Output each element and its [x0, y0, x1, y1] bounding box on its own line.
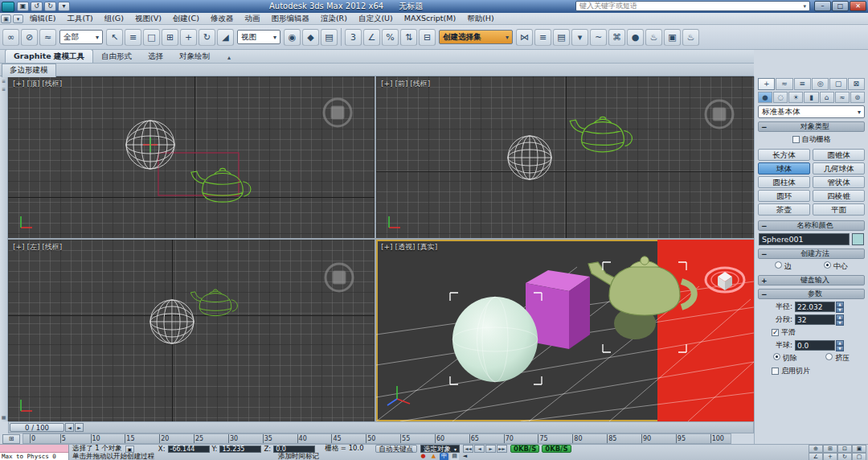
add-time-tag[interactable]: 添加时间标记: [278, 452, 319, 460]
pan-icon[interactable]: +: [823, 453, 837, 460]
teapot-object-left-view[interactable]: [190, 290, 237, 316]
plugin-icon[interactable]: ▲: [429, 453, 438, 460]
ime-cn-badge[interactable]: 中: [440, 453, 448, 460]
mirror-icon[interactable]: ⋈: [516, 29, 533, 46]
object-type-button-四棱锥[interactable]: 四棱锥: [813, 190, 865, 202]
category-lights[interactable]: ☀: [788, 92, 803, 103]
previous-frame-icon[interactable]: ◄: [474, 445, 485, 453]
viewport-top[interactable]: [+] [顶] [线框]: [8, 76, 375, 238]
snap-toggle-3d-icon[interactable]: 3: [345, 29, 362, 46]
menu-item-8[interactable]: 渲染(R): [315, 13, 353, 24]
radius-field[interactable]: 22.032: [795, 302, 835, 312]
category-helpers[interactable]: ⌂: [820, 92, 834, 103]
maximize-viewport-toggle-icon[interactable]: ▢: [852, 453, 866, 460]
rollout-name-color[interactable]: − 名称和颜色: [758, 220, 865, 231]
menu-item-0[interactable]: 编辑(E): [24, 13, 61, 24]
play-icon[interactable]: ►: [485, 445, 496, 453]
go-to-start-icon[interactable]: ◄◄: [463, 445, 473, 453]
coord-field-X[interactable]: -66.144: [168, 446, 210, 453]
zoom-all-icon[interactable]: ⊞: [823, 445, 837, 453]
selection-filter-dropdown[interactable]: 全部: [59, 30, 103, 44]
dock-handle-icon[interactable]: ≡: [1, 86, 7, 92]
undo-icon[interactable]: ↺: [31, 2, 43, 11]
viewcube-front[interactable]: [706, 101, 733, 128]
subcategory-dropdown[interactable]: 标准基本体: [758, 105, 865, 118]
viewport-left[interactable]: [+] [左] [线框]: [8, 240, 375, 421]
sphere-object-perspective[interactable]: [452, 297, 538, 382]
radius-spinner[interactable]: ▲▼: [836, 302, 844, 312]
tab-create[interactable]: +: [758, 78, 775, 90]
zoom-icon[interactable]: ⊕: [809, 445, 823, 453]
key-mode-dropdown[interactable]: 选定对象: [420, 445, 460, 453]
sphere-object-left-view[interactable]: [150, 300, 194, 343]
ribbon-minimize-icon[interactable]: ▴: [224, 52, 234, 63]
record-icon[interactable]: ●: [419, 453, 428, 460]
tab-utilities[interactable]: ⊠: [848, 78, 865, 90]
open-mini-listener-icon[interactable]: ⊞: [2, 434, 20, 444]
object-type-button-管状体[interactable]: 管状体: [813, 176, 865, 188]
window-crossing-icon[interactable]: ⊞: [162, 29, 178, 46]
macro-recorder-line[interactable]: [0, 445, 68, 453]
time-slider-handle[interactable]: 0 / 100: [10, 423, 64, 432]
smooth-checkbox[interactable]: [772, 329, 779, 336]
dock-grid-icon[interactable]: ▦: [1, 414, 7, 421]
zoom-extents-icon[interactable]: ⊡: [837, 445, 852, 453]
ribbon-subtab-polygon-modeling[interactable]: 多边形建模: [2, 64, 56, 77]
reference-coordinate-dropdown[interactable]: 视图: [237, 30, 280, 44]
menu-item-5[interactable]: 修改器: [205, 13, 240, 24]
menu-item-3[interactable]: 视图(V): [129, 13, 167, 24]
close-button[interactable]: ✕: [850, 1, 866, 11]
orbit-icon[interactable]: ↻: [837, 453, 852, 460]
menu-item-2[interactable]: 组(G): [99, 13, 129, 24]
rollout-creation-method[interactable]: − 创建方法: [758, 248, 865, 259]
hemisphere-field[interactable]: 0.0: [795, 340, 835, 351]
object-type-button-平面[interactable]: 平面: [813, 203, 865, 216]
object-type-button-圆环[interactable]: 圆环: [758, 190, 810, 202]
menu-item-6[interactable]: 动画: [239, 13, 265, 24]
viewport-left-label[interactable]: [+] [左] [线框]: [13, 242, 62, 253]
category-shapes[interactable]: ◌: [773, 92, 788, 103]
object-type-button-几何球体[interactable]: 几何球体: [813, 162, 865, 175]
select-object-icon[interactable]: ↖: [106, 29, 123, 46]
select-by-name-icon[interactable]: ≡: [125, 29, 141, 46]
chop-radio[interactable]: [773, 353, 780, 360]
teapot-object-front-view[interactable]: [570, 117, 632, 152]
percent-snap-icon[interactable]: %: [382, 29, 399, 46]
workspace-icon[interactable]: ▣: [1, 14, 11, 23]
menu-item-1[interactable]: 工具(T): [61, 13, 98, 24]
tab-display[interactable]: ▢: [829, 78, 846, 90]
curve-editor-icon[interactable]: ~: [590, 29, 607, 46]
hemisphere-spinner[interactable]: ▲▼: [836, 340, 844, 351]
keyboard-override-icon[interactable]: ▤: [321, 29, 338, 46]
object-type-button-圆锥体[interactable]: 圆锥体: [813, 149, 865, 161]
rollout-object-type[interactable]: − 对象类型: [758, 121, 865, 132]
app-logo-icon[interactable]: [2, 2, 14, 12]
time-slider-track[interactable]: 0 / 100 ◄ ►: [8, 421, 754, 433]
ribbon-tab-选择[interactable]: 选择: [140, 50, 171, 63]
app-arrow-icon[interactable]: ▾: [13, 14, 23, 23]
sphere-object-top-view[interactable]: [126, 121, 174, 169]
creation-method-radio-边[interactable]: [775, 261, 782, 269]
redo-icon[interactable]: ↻: [44, 2, 56, 11]
viewport-perspective-label[interactable]: [+] [透视] [真实]: [381, 242, 437, 253]
category-cameras[interactable]: ▮: [804, 92, 818, 103]
next-frame-button[interactable]: ►: [75, 423, 84, 432]
minimize-button[interactable]: –: [814, 1, 831, 11]
edit-named-selection-sets-icon[interactable]: ⊟: [419, 29, 436, 46]
layer-manager-icon[interactable]: ▤: [553, 29, 570, 46]
category-geometry[interactable]: ●: [758, 92, 772, 103]
object-color-swatch[interactable]: [852, 233, 864, 245]
viewcube-perspective[interactable]: [706, 268, 744, 292]
viewport-front-label[interactable]: [+] [前] [线框]: [381, 79, 430, 89]
select-and-rotate-icon[interactable]: ↻: [199, 29, 215, 46]
ribbon-tab-对象绘制[interactable]: 对象绘制: [171, 50, 218, 63]
infocenter-search-input[interactable]: 键入关键字或短语: [575, 1, 810, 11]
schematic-view-icon[interactable]: ⌘: [608, 29, 625, 46]
object-type-button-球体[interactable]: 球体: [758, 162, 810, 175]
align-icon[interactable]: ≡: [534, 29, 551, 46]
ribbon-tab-Graphite 建模工具[interactable]: Graphite 建模工具: [5, 49, 93, 63]
previous-frame-button[interactable]: ◄: [65, 423, 74, 432]
object-type-button-茶壶[interactable]: 茶壶: [758, 203, 810, 216]
select-and-move-icon[interactable]: +: [180, 29, 197, 46]
listener-line[interactable]: Max to Physcs 0: [0, 453, 68, 460]
